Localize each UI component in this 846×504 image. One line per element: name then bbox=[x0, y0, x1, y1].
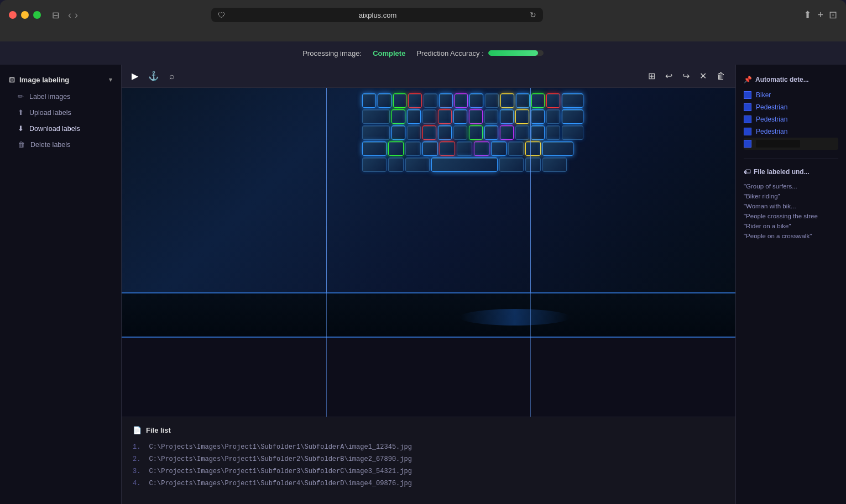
download-labels-text: Download labels bbox=[29, 125, 80, 133]
traffic-light-close[interactable] bbox=[9, 11, 17, 19]
address-bar[interactable]: 🛡 aixplus.com ↻ bbox=[211, 8, 543, 22]
file-path-1: C:\Projects\Images\Project1\Subfolder1\S… bbox=[149, 443, 412, 451]
file-path-2: C:\Projects\Images\Project1\Subfolder2\S… bbox=[149, 455, 412, 463]
sidebar-section-image-labeling[interactable]: ⊡ Image labeling ▾ bbox=[0, 71, 121, 88]
share-icon[interactable]: ⬆ bbox=[803, 9, 812, 21]
accuracy-container: Prediction Accuracy : bbox=[416, 49, 543, 57]
keyboard-image bbox=[122, 88, 735, 292]
detection-item-redacted[interactable] bbox=[744, 138, 838, 150]
anchor-tool[interactable]: ⚓ bbox=[146, 69, 161, 83]
file-label-text-6: "People on a crosswalk" bbox=[744, 233, 812, 239]
right-panel-divider bbox=[744, 159, 838, 159]
tabs-icon[interactable]: ⊡ bbox=[829, 9, 837, 21]
file-list-title: File list bbox=[146, 426, 171, 434]
file-label-text-2: "Biker riding" bbox=[744, 193, 780, 200]
sidebar-toggle-icon[interactable]: ⊟ bbox=[52, 10, 59, 20]
detection-item-pedestrian-3[interactable]: Pedestrian bbox=[744, 125, 838, 138]
app-layout: ⊡ Image labeling ▾ ✏ Label images ⬆ Uplo… bbox=[0, 65, 846, 504]
delete-button[interactable]: 🗑 bbox=[714, 69, 728, 83]
forward-button[interactable]: › bbox=[75, 9, 78, 21]
image-canvas[interactable] bbox=[122, 88, 735, 417]
traffic-light-maximize[interactable] bbox=[33, 11, 41, 19]
detection-label-p1: Pedestrian bbox=[756, 103, 787, 111]
accuracy-label: Prediction Accuracy : bbox=[416, 49, 483, 57]
file-labeled-header: 🏷 File labeled und... bbox=[744, 168, 838, 176]
redo-button[interactable]: ↪ bbox=[680, 69, 692, 83]
auto-detect-icon: 📌 bbox=[744, 76, 752, 83]
keyboard-visual bbox=[362, 93, 583, 237]
grid-line-horizontal-2 bbox=[122, 337, 735, 338]
file-label-item-4[interactable]: "People crossing the stree bbox=[744, 211, 838, 221]
accuracy-bar bbox=[488, 50, 544, 56]
detection-item-pedestrian-2[interactable]: Pedestrian bbox=[744, 113, 838, 125]
detection-box-p1 bbox=[744, 103, 751, 111]
right-panel: 📌 Automatic dete... Biker Pedestrian Ped… bbox=[735, 65, 846, 504]
reload-icon[interactable]: ↻ bbox=[530, 11, 536, 19]
image-labeling-icon: ⊡ bbox=[9, 76, 15, 84]
processing-label: Processing image: bbox=[302, 49, 362, 57]
upload-labels-text: Upload labels bbox=[29, 109, 71, 117]
file-num-1: 1. bbox=[133, 443, 140, 451]
pencil-icon: ✏ bbox=[18, 92, 24, 101]
list-item[interactable]: 1. C:\Projects\Images\Project1\Subfolder… bbox=[133, 441, 724, 453]
detection-box-r bbox=[744, 140, 751, 148]
file-label-item-2[interactable]: "Biker riding" bbox=[744, 191, 838, 201]
cursor-tool[interactable]: ▶ bbox=[129, 69, 140, 83]
canvas-area: ▶ ⚓ ⌕ ⊞ ↩ ↪ ✕ 🗑 bbox=[122, 65, 735, 504]
detection-item-biker[interactable]: Biker bbox=[744, 89, 838, 101]
sidebar-item-delete-labels[interactable]: 🗑 Delete labels bbox=[0, 136, 121, 153]
file-label-item-1[interactable]: "Group of surfers... bbox=[744, 181, 838, 191]
accuracy-fill bbox=[488, 50, 538, 56]
sidebar-item-upload-labels[interactable]: ⬆ Upload labels bbox=[0, 104, 121, 120]
status-toolbar: Processing image: Complete Prediction Ac… bbox=[0, 41, 846, 65]
file-label-text-3: "Woman with bik... bbox=[744, 203, 796, 209]
label-images-text: Label images bbox=[29, 93, 70, 101]
chevron-down-icon: ▾ bbox=[109, 76, 112, 83]
detection-label-biker: Biker bbox=[756, 91, 771, 99]
grid-line-horizontal-1 bbox=[122, 292, 735, 293]
detection-item-pedestrian-1[interactable]: Pedestrian bbox=[744, 101, 838, 113]
browser-chrome: ⊟ ‹ › 🛡 aixplus.com ↻ ⬆ + ⊡ bbox=[0, 0, 846, 41]
keyboard-bottom-strip bbox=[122, 292, 735, 337]
sidebar: ⊡ Image labeling ▾ ✏ Label images ⬆ Uplo… bbox=[0, 65, 122, 504]
file-label-text-1: "Group of surfers... bbox=[744, 183, 797, 190]
file-label-item-5[interactable]: "Rider on a bike" bbox=[744, 221, 838, 231]
upload-icon: ⬆ bbox=[18, 108, 24, 117]
browser-titlebar: ⊟ ‹ › 🛡 aixplus.com ↻ ⬆ + ⊡ bbox=[0, 0, 846, 27]
delete-labels-text: Delete labels bbox=[30, 141, 70, 149]
file-path-4: C:\Projects\Images\Project1\Subfolder4\S… bbox=[149, 480, 412, 487]
file-label-text-4: "People crossing the stree bbox=[744, 213, 818, 219]
list-item[interactable]: 2. C:\Projects\Images\Project1\Subfolder… bbox=[133, 453, 724, 465]
download-icon: ⬇ bbox=[18, 124, 24, 133]
sidebar-section-label: Image labeling bbox=[19, 76, 69, 84]
detection-label-p2: Pedestrian bbox=[756, 116, 787, 123]
undo-button[interactable]: ↩ bbox=[663, 69, 675, 83]
list-item[interactable]: 4. C:\Projects\Images\Project1\Subfolder… bbox=[133, 477, 724, 490]
traffic-light-minimize[interactable] bbox=[21, 11, 29, 19]
sidebar-item-label-images[interactable]: ✏ Label images bbox=[0, 88, 121, 104]
detection-box-p3 bbox=[744, 128, 751, 135]
auto-detection-header: 📌 Automatic dete... bbox=[744, 76, 838, 83]
sidebar-item-download-labels[interactable]: ⬇ Download labels bbox=[0, 120, 121, 136]
file-label-text-5: "Rider on a bike" bbox=[744, 223, 791, 229]
file-num-3: 3. bbox=[133, 468, 140, 475]
url-text: aixplus.com bbox=[229, 11, 525, 19]
grid-line-vertical-1 bbox=[326, 88, 327, 292]
close-button[interactable]: ✕ bbox=[697, 69, 709, 83]
canvas-toolbar: ▶ ⚓ ⌕ ⊞ ↩ ↪ ✕ 🗑 bbox=[122, 65, 735, 88]
detection-box-biker bbox=[744, 91, 751, 99]
file-label-item-3[interactable]: "Woman with bik... bbox=[744, 201, 838, 211]
tool-group-right: ⊞ ↩ ↪ ✕ 🗑 bbox=[646, 69, 728, 83]
grid-button[interactable]: ⊞ bbox=[646, 69, 657, 83]
add-tab-icon[interactable]: + bbox=[817, 9, 823, 21]
browser-actions: ⬆ + ⊡ bbox=[803, 9, 837, 21]
file-num-2: 2. bbox=[133, 455, 140, 463]
tool-group-left: ▶ ⚓ ⌕ bbox=[129, 69, 177, 83]
zoom-tool[interactable]: ⌕ bbox=[167, 69, 177, 83]
file-labeled-icon: 🏷 bbox=[744, 168, 750, 176]
list-item[interactable]: 3. C:\Projects\Images\Project1\Subfolder… bbox=[133, 465, 724, 477]
auto-detect-title: Automatic dete... bbox=[755, 76, 809, 83]
back-button[interactable]: ‹ bbox=[68, 9, 71, 21]
auto-detection-section: 📌 Automatic dete... Biker Pedestrian Ped… bbox=[736, 71, 846, 154]
file-label-item-6[interactable]: "People on a crosswalk" bbox=[744, 231, 838, 241]
